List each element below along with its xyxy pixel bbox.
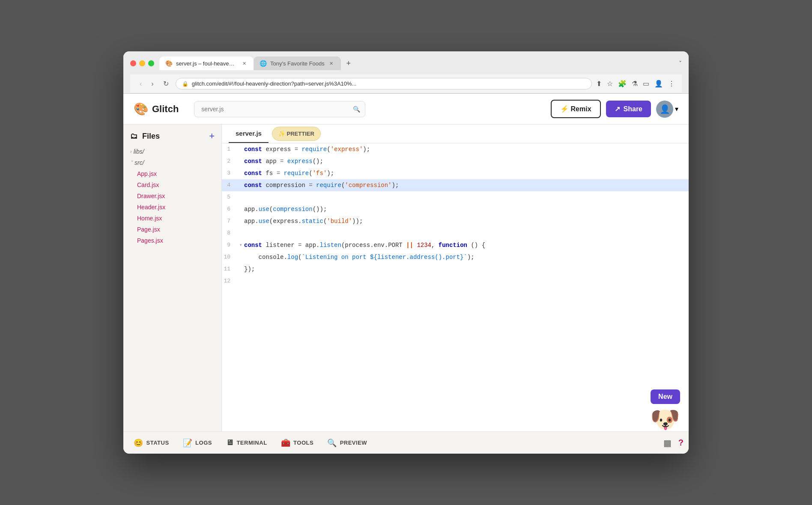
line-num-2: 2 bbox=[222, 156, 237, 167]
forward-button[interactable]: › bbox=[149, 78, 156, 89]
status-icon: 😊 bbox=[134, 438, 143, 448]
prettier-tab[interactable]: ✨ PRETTIER bbox=[272, 127, 321, 141]
help-icon[interactable]: ? bbox=[678, 438, 684, 448]
grid-icon[interactable]: ▦ bbox=[663, 438, 672, 448]
sidebar-title-text: Files bbox=[142, 132, 160, 141]
tools-button[interactable]: 🧰 TOOLS bbox=[276, 435, 319, 451]
tabs-menu-chevron[interactable]: ˅ bbox=[679, 60, 682, 67]
sidebar-item-page-jsx[interactable]: Page.jsx bbox=[127, 224, 218, 235]
file-label-drawer-jsx: Drawer.jsx bbox=[137, 193, 165, 199]
sidebar-item-home-jsx[interactable]: Home.jsx bbox=[127, 213, 218, 224]
close-button[interactable] bbox=[130, 60, 136, 66]
bookmark-icon[interactable]: ☆ bbox=[607, 80, 613, 88]
line-content-12 bbox=[244, 276, 689, 287]
address-text: glitch.com/edit/#!/foul-heavenly-directi… bbox=[192, 80, 585, 87]
tabs-row: 🎨 server.js – foul-heavenly-direc ✕ 🌐 To… bbox=[159, 56, 682, 70]
code-editor[interactable]: 1 const express = require('express'); 2 … bbox=[222, 143, 689, 431]
line-num-10: 10 bbox=[222, 252, 237, 263]
line-content-1: const express = require('express'); bbox=[244, 144, 689, 155]
search-icon: 🔍 bbox=[353, 106, 360, 113]
sidebar-item-libs[interactable]: › libs/ bbox=[127, 146, 218, 157]
line-num-1: 1 bbox=[222, 144, 237, 155]
browser-window: 🎨 server.js – foul-heavenly-direc ✕ 🌐 To… bbox=[123, 51, 689, 454]
folder-label-libs: libs/ bbox=[134, 148, 144, 155]
address-bar[interactable]: 🔒 glitch.com/edit/#!/foul-heavenly-direc… bbox=[176, 78, 592, 89]
file-label-app-jsx: App.jsx bbox=[137, 170, 157, 177]
file-label-home-jsx: Home.jsx bbox=[137, 215, 162, 222]
search-input[interactable] bbox=[194, 101, 365, 117]
lock-icon: 🔒 bbox=[182, 81, 188, 87]
app-content: 🎨 Glitch 🔍 ⚡ Remix ↗ Share 👤 bbox=[123, 94, 689, 454]
line-content-5 bbox=[244, 192, 689, 203]
sidebar-title: 🗂 Files bbox=[130, 132, 160, 141]
line-content-10: console.log(`Listening on port ${listene… bbox=[244, 252, 689, 263]
glitch-logo[interactable]: 🎨 Glitch bbox=[134, 102, 179, 116]
file-label-pages-jsx: Pages.jsx bbox=[137, 237, 163, 244]
editor-tabs: server.js ✨ PRETTIER bbox=[222, 125, 689, 143]
sidebar-item-app-jsx[interactable]: App.jsx bbox=[127, 168, 218, 179]
profile-icon[interactable]: 👤 bbox=[654, 80, 663, 88]
extensions-icon[interactable]: 🧩 bbox=[618, 80, 627, 88]
sidebar-item-header-jsx[interactable]: Header.jsx bbox=[127, 202, 218, 213]
share-nav-icon[interactable]: ⬆ bbox=[596, 80, 602, 88]
logs-label: LOGS bbox=[195, 440, 212, 446]
avatar: 👤 bbox=[656, 101, 673, 118]
code-line-12: 12 bbox=[222, 275, 689, 287]
remix-button[interactable]: ⚡ Remix bbox=[551, 100, 600, 118]
code-line-5: 5 bbox=[222, 191, 689, 203]
sidebar-item-card-jsx[interactable]: Card.jsx bbox=[127, 179, 218, 190]
line-num-3: 3 bbox=[222, 168, 237, 179]
menu-icon[interactable]: ⋮ bbox=[668, 80, 675, 88]
tab-close-server[interactable]: ✕ bbox=[241, 60, 248, 67]
sidebar-item-drawer-jsx[interactable]: Drawer.jsx bbox=[127, 190, 218, 202]
maximize-button[interactable] bbox=[148, 60, 154, 66]
tab-favicon-server: 🎨 bbox=[165, 60, 173, 67]
bottom-bar: 😊 STATUS 📝 LOGS 🖥 TERMINAL 🧰 TOOLS 🔍 PRE… bbox=[123, 431, 689, 454]
line-num-11: 11 bbox=[222, 264, 237, 275]
line-content-3: const fs = require('fs'); bbox=[244, 168, 689, 179]
back-button[interactable]: ‹ bbox=[137, 78, 144, 89]
glitch-header-actions: ⚡ Remix ↗ Share 👤 ▾ bbox=[551, 100, 678, 118]
prettier-label: ✨ PRETTIER bbox=[278, 131, 314, 137]
reload-button[interactable]: ↻ bbox=[161, 78, 171, 89]
preview-button[interactable]: 🔍 PREVIEW bbox=[322, 435, 372, 451]
status-label: STATUS bbox=[146, 440, 169, 446]
tools-icon: 🧰 bbox=[281, 438, 291, 448]
terminal-button[interactable]: 🖥 TERMINAL bbox=[221, 435, 272, 451]
code-line-4: 4 const compression = require('compressi… bbox=[222, 179, 689, 191]
minimize-button[interactable] bbox=[139, 60, 145, 66]
traffic-lights bbox=[130, 60, 154, 66]
bottom-right: ▦ ? bbox=[663, 438, 684, 448]
add-file-button[interactable]: + bbox=[209, 131, 215, 141]
new-tab-button[interactable]: + bbox=[343, 57, 355, 69]
new-badge[interactable]: New bbox=[651, 389, 680, 404]
avatar-area[interactable]: 👤 ▾ bbox=[656, 101, 678, 118]
logs-button[interactable]: 📝 LOGS bbox=[178, 435, 217, 451]
tab-close-foods[interactable]: ✕ bbox=[328, 60, 335, 67]
sidebar: 🗂 Files + › libs/ ˅ src/ App.jsx bbox=[123, 125, 222, 431]
labs-icon[interactable]: ⚗ bbox=[632, 80, 638, 88]
logs-icon: 📝 bbox=[183, 438, 193, 448]
tab-server[interactable]: 🎨 server.js – foul-heavenly-direc ✕ bbox=[159, 56, 254, 70]
line-num-7: 7 bbox=[222, 216, 237, 227]
terminal-icon: 🖥 bbox=[226, 438, 234, 447]
code-line-6: 6 app.use(compression()); bbox=[222, 203, 689, 215]
sidebar-item-src[interactable]: ˅ src/ bbox=[127, 157, 218, 168]
fold-9[interactable]: ▾ bbox=[237, 240, 244, 251]
sidebar-icon[interactable]: ▭ bbox=[643, 80, 649, 88]
line-content-2: const app = express(); bbox=[244, 156, 689, 167]
sidebar-header: 🗂 Files + bbox=[123, 125, 221, 146]
sidebar-title-icon: 🗂 bbox=[130, 132, 138, 141]
code-line-7: 7 app.use(express.static('build')); bbox=[222, 215, 689, 227]
line-num-5: 5 bbox=[222, 192, 237, 203]
share-button[interactable]: ↗ Share bbox=[606, 101, 651, 117]
sidebar-item-pages-jsx[interactable]: Pages.jsx bbox=[127, 235, 218, 246]
status-button[interactable]: 😊 STATUS bbox=[128, 435, 174, 451]
glitch-logo-icon: 🎨 bbox=[134, 102, 149, 116]
line-num-4: 4 bbox=[222, 180, 237, 191]
preview-label: PREVIEW bbox=[340, 440, 367, 446]
tab-server-js[interactable]: server.js bbox=[229, 125, 269, 143]
mascot-area: New 🐶 bbox=[650, 389, 680, 431]
code-line-1: 1 const express = require('express'); bbox=[222, 143, 689, 155]
tab-foods[interactable]: 🌐 Tony's Favorite Foods ✕ bbox=[254, 56, 341, 70]
